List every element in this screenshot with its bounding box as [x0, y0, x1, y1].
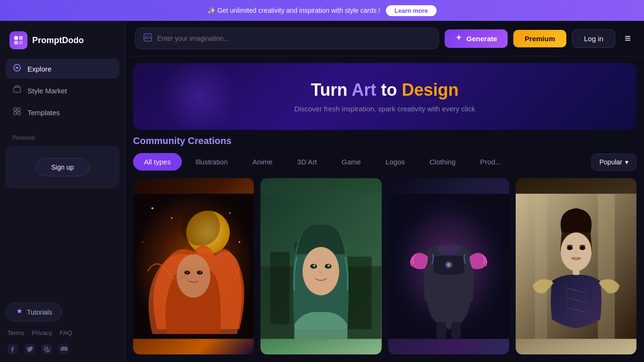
premium-button[interactable]: Premium	[513, 30, 566, 47]
facebook-icon[interactable]	[8, 344, 18, 354]
filter-product[interactable]: Prod...	[469, 153, 512, 171]
personal-label: Personal	[6, 132, 119, 146]
menu-button[interactable]: ≡	[621, 30, 635, 46]
filter-tabs: All types Illustration Anime 3D Art Game…	[133, 153, 636, 171]
svg-point-20	[171, 217, 172, 218]
sidebar-item-style-market[interactable]: Style Market	[6, 81, 119, 100]
pinterest-icon[interactable]	[42, 344, 52, 354]
svg-rect-2	[14, 41, 18, 45]
svg-point-44	[447, 263, 450, 267]
svg-point-22	[239, 241, 241, 243]
svg-point-19	[152, 207, 153, 209]
top-banner: ✨ Get unlimited creativity and inspirati…	[0, 0, 644, 21]
style-market-icon	[12, 85, 22, 96]
svg-point-37	[313, 264, 316, 267]
nav-items: Explore Style Market	[6, 59, 119, 122]
svg-rect-46	[451, 322, 460, 339]
sidebar-item-explore[interactable]: Explore	[6, 59, 119, 79]
image-icon	[143, 33, 152, 44]
community-title-highlight: Creations	[188, 136, 232, 146]
portrait-woman-art	[260, 178, 381, 354]
svg-point-21	[229, 212, 231, 214]
sort-dropdown[interactable]: Popular ▾	[591, 154, 636, 171]
filter-3d-art[interactable]: 3D Art	[286, 153, 328, 171]
svg-point-40	[329, 265, 330, 266]
svg-rect-31	[270, 252, 290, 324]
generate-label: Generate	[466, 35, 497, 43]
login-button[interactable]: Log in	[572, 29, 615, 48]
discord-icon[interactable]	[59, 344, 69, 354]
logo-area: PromptDodo	[6, 28, 119, 59]
sidebar-item-style-market-label: Style Market	[27, 87, 67, 95]
hero-subtitle: Discover fresh inspiration, spark creati…	[152, 105, 617, 113]
svg-rect-1	[19, 36, 23, 40]
social-icons	[6, 344, 119, 354]
logo-icon	[9, 31, 27, 49]
personal-section: Personal Sign up	[6, 132, 119, 189]
svg-point-38	[327, 264, 330, 267]
community-header: Community Creations	[133, 136, 636, 146]
sidebar-item-templates[interactable]: Templates	[6, 102, 119, 122]
banner-text: ✨ Get unlimited creativity and inspirati…	[207, 7, 380, 14]
svg-point-15	[146, 36, 147, 37]
learn-more-button[interactable]: Learn more	[386, 5, 437, 16]
svg-point-18	[181, 207, 220, 246]
twitter-icon[interactable]	[25, 344, 35, 354]
hero-title-design: Design	[402, 80, 458, 100]
sidebar-bottom: Tutorials Terms Privacy FAQ	[6, 302, 119, 354]
svg-rect-12	[42, 344, 52, 354]
image-card-2[interactable]	[260, 178, 381, 354]
svg-rect-45	[437, 322, 446, 339]
image-grid	[133, 178, 636, 354]
filter-anime[interactable]: Anime	[242, 153, 284, 171]
hero-title-prefix: Turn	[311, 80, 352, 100]
svg-rect-0	[14, 36, 18, 40]
svg-point-52	[580, 246, 585, 250]
main-layout: PromptDodo Explore S	[0, 21, 644, 362]
generate-icon	[455, 34, 463, 43]
explore-icon	[12, 63, 22, 74]
filter-game[interactable]: Game	[331, 153, 372, 171]
sidebar: PromptDodo Explore S	[0, 21, 125, 362]
terms-link[interactable]: Terms	[8, 329, 24, 336]
armor-outfit-art	[388, 178, 509, 354]
image-card-3[interactable]	[388, 178, 509, 354]
logo-name: PromptDodo	[32, 36, 84, 45]
hero-title: Turn Art to Design	[152, 80, 617, 100]
search-container	[135, 27, 439, 49]
svg-point-27	[187, 271, 188, 273]
svg-rect-8	[14, 112, 17, 115]
svg-rect-5	[14, 87, 20, 92]
svg-point-28	[199, 271, 201, 273]
image-card-1[interactable]	[133, 178, 254, 354]
svg-rect-49	[535, 194, 547, 339]
svg-rect-9	[18, 112, 20, 115]
image-card-4[interactable]	[516, 178, 636, 354]
tutorials-icon	[16, 308, 23, 317]
svg-point-50	[561, 233, 591, 272]
faq-link[interactable]: FAQ	[60, 329, 72, 336]
fashion-woman-art	[516, 178, 636, 354]
svg-point-39	[314, 265, 315, 266]
svg-rect-6	[14, 108, 17, 111]
svg-rect-33	[348, 257, 372, 329]
privacy-link[interactable]: Privacy	[32, 329, 52, 336]
filter-logos[interactable]: Logos	[375, 153, 416, 171]
filter-clothing[interactable]: Clothing	[419, 153, 466, 171]
svg-rect-3	[19, 41, 23, 45]
hero-title-middle: to	[376, 80, 402, 100]
filter-illustration[interactable]: Illustration	[185, 153, 239, 171]
search-input[interactable]	[157, 35, 431, 42]
hero-title-art: Art	[351, 80, 376, 100]
footer-links: Terms Privacy FAQ	[6, 329, 119, 336]
filter-all-types[interactable]: All types	[133, 153, 182, 171]
sort-label: Popular	[599, 158, 622, 166]
generate-button[interactable]: Generate	[445, 29, 508, 48]
templates-icon	[12, 107, 22, 118]
svg-point-34	[303, 247, 340, 295]
tutorials-button[interactable]: Tutorials	[6, 302, 62, 322]
content-area: Generate Premium Log in ≡ Turn Art to De…	[125, 21, 644, 362]
svg-point-24	[177, 254, 210, 298]
signup-button[interactable]: Sign up	[36, 158, 89, 176]
svg-point-51	[567, 246, 572, 250]
